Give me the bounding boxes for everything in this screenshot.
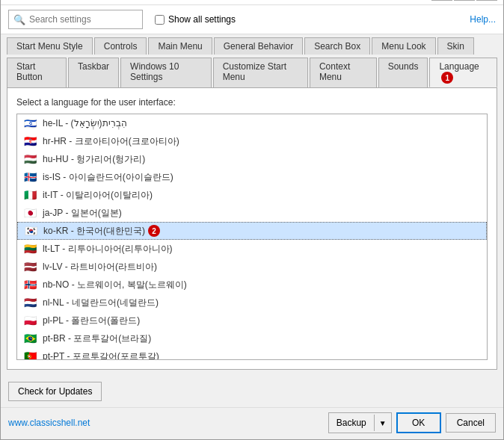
flag-icon: 🇳🇱 [22,297,38,308]
language-list-item[interactable]: 🇮🇸is-IS - 아이슬란드어(아이슬란드) [17,168,487,186]
language-list-item[interactable]: 🇰🇷ko-KR - 한국어(대한민국)2 [17,222,487,240]
tab-skin[interactable]: Skin [437,37,474,55]
tab-start-menu-style[interactable]: Start Menu Style [7,37,93,55]
backup-dropdown-arrow[interactable]: ▼ [375,416,391,430]
flag-icon: 🇮🇱 [22,118,38,128]
language-list-item[interactable]: 🇵🇹pt-PT - 포르투갈어(포르투갈) [17,347,487,360]
flag-icon: 🇳🇴 [22,279,38,290]
bottom-bar: Check for Updates [1,376,503,407]
tab-customize-start-menu[interactable]: Customize Start Menu [213,58,308,87]
flag-icon: 🇭🇺 [22,154,38,164]
language-list-item[interactable]: 🇵🇱pl-PL - 폴란드어(폴란드) [17,312,487,329]
tab-main-menu[interactable]: Main Menu [148,37,212,55]
tab-start-button[interactable]: Start Button [7,58,67,87]
search-box[interactable]: 🔍 [8,10,143,29]
help-link[interactable]: Help... [470,14,496,25]
tab-taskbar[interactable]: Taskbar [68,58,119,87]
title-controls: — ☐ ✕ [431,0,497,1]
footer: www.classicshell.net Backup ▼ OK Cancel [1,407,503,439]
maximize-button[interactable]: ☐ [454,0,475,1]
language-list-item[interactable]: 🇱🇻lv-LV - 라트비아어(라트비아) [17,258,487,276]
language-label: pt-PT - 포르투갈어(포르투갈) [43,350,159,361]
tab-language[interactable]: Language 1 [429,58,497,87]
language-label: pt-BR - 포르투갈어(브라질) [43,332,151,345]
title-bar: ⚙ Settings for Classic Start Menu 4.3.0 … [1,0,503,5]
footer-buttons: Backup ▼ OK Cancel [328,412,496,433]
language-list-item[interactable]: 🇮🇹it-IT - 이탈리아어(이탈리아) [17,186,487,204]
language-label: hr-HR - 크로아티아어(크로아티아) [43,135,179,148]
tab-sounds[interactable]: Sounds [378,58,428,87]
language-list-item[interactable]: 🇭🇷hr-HR - 크로아티아어(크로아티아) [17,132,487,150]
cancel-button[interactable]: Cancel [446,413,496,433]
language-list-item[interactable]: 🇳🇴nb-NO - 노르웨이어, 복말(노르웨이) [17,276,487,294]
language-list-item[interactable]: 🇮🇱he-IL - הִבְרִית(יִשְׂרָאֵל) [17,114,487,132]
section-label: Select a language for the user interface… [16,97,488,108]
close-button[interactable]: ✕ [476,0,497,1]
search-icon: 🔍 [13,14,25,25]
language-list-item[interactable]: 🇳🇱nl-NL - 네덜란드어(네덜란드) [17,294,487,312]
language-label: pl-PL - 폴란드어(폴란드) [43,314,140,327]
tab-menu-look[interactable]: Menu Look [372,37,435,55]
flag-icon: 🇮🇹 [22,190,38,200]
main-window: ⚙ Settings for Classic Start Menu 4.3.0 … [0,0,504,440]
tabs-row-1: Start Menu Style Controls Main Menu Gene… [1,34,503,55]
language-label: ja-JP - 일본어(일본) [43,207,122,220]
check-updates-button[interactable]: Check for Updates [8,382,102,401]
show-all-settings-text: Show all settings [168,14,236,25]
backup-label: Backup [329,415,375,431]
language-list-item[interactable]: 🇱🇹lt-LT - 리투아니아어(리투아니아) [17,240,487,258]
language-label: it-IT - 이탈리아어(이탈리아) [43,189,153,202]
content-area: Select a language for the user interface… [7,87,497,370]
ok-button[interactable]: OK [396,412,441,433]
tab-context-menu[interactable]: Context Menu [310,58,377,87]
language-label: nl-NL - 네덜란드어(네덜란드) [43,297,159,309]
flag-icon: 🇵🇹 [22,351,38,360]
flag-icon: 🇵🇱 [22,315,38,326]
search-input[interactable] [29,14,134,25]
minimize-button[interactable]: — [431,0,452,1]
tab-search-box[interactable]: Search Box [304,37,370,55]
language-selected-badge: 2 [148,225,160,237]
tab-windows10-settings[interactable]: Windows 10 Settings [120,58,212,87]
language-label: ko-KR - 한국어(대한민국) [43,225,145,238]
flag-icon: 🇯🇵 [22,208,38,218]
language-list-item[interactable]: 🇯🇵ja-JP - 일본어(일본) [17,204,487,222]
classicshell-link[interactable]: www.classicshell.net [8,418,90,428]
flag-icon: 🇰🇷 [22,226,39,236]
flag-icon: 🇱🇹 [22,244,38,254]
show-all-settings-label[interactable]: Show all settings [155,14,236,25]
language-label: hu-HU - 헝가리어(헝가리) [43,153,145,166]
language-label: lt-LT - 리투아니아어(리투아니아) [43,243,173,255]
language-label: he-IL - הִבְרִית(יִשְׂרָאֵל) [43,118,127,128]
toolbar: 🔍 Show all settings Help... [1,5,503,34]
language-list-item[interactable]: 🇭🇺hu-HU - 헝가리어(헝가리) [17,150,487,168]
show-all-settings-checkbox[interactable] [155,15,165,25]
tab-general-behavior[interactable]: General Behavior [214,37,303,55]
backup-button[interactable]: Backup ▼ [328,412,392,433]
language-list-item[interactable]: 🇧🇷pt-BR - 포르투갈어(브라질) [17,329,487,347]
flag-icon: 🇭🇷 [22,136,38,146]
language-label: nb-NO - 노르웨이어, 복말(노르웨이) [43,279,187,291]
language-label: lv-LV - 라트비아어(라트비아) [43,261,157,273]
flag-icon: 🇧🇷 [22,333,38,344]
tabs-row-2: Start Button Taskbar Windows 10 Settings… [1,55,503,87]
tab-controls[interactable]: Controls [94,37,147,55]
language-label: is-IS - 아이슬란드어(아이슬란드) [43,171,173,184]
flag-icon: 🇱🇻 [22,261,38,272]
language-list[interactable]: 🇮🇱he-IL - הִבְרִית(יִשְׂרָאֵל)🇭🇷hr-HR - … [16,114,488,360]
language-tab-badge: 1 [441,72,453,84]
flag-icon: 🇮🇸 [22,172,38,182]
